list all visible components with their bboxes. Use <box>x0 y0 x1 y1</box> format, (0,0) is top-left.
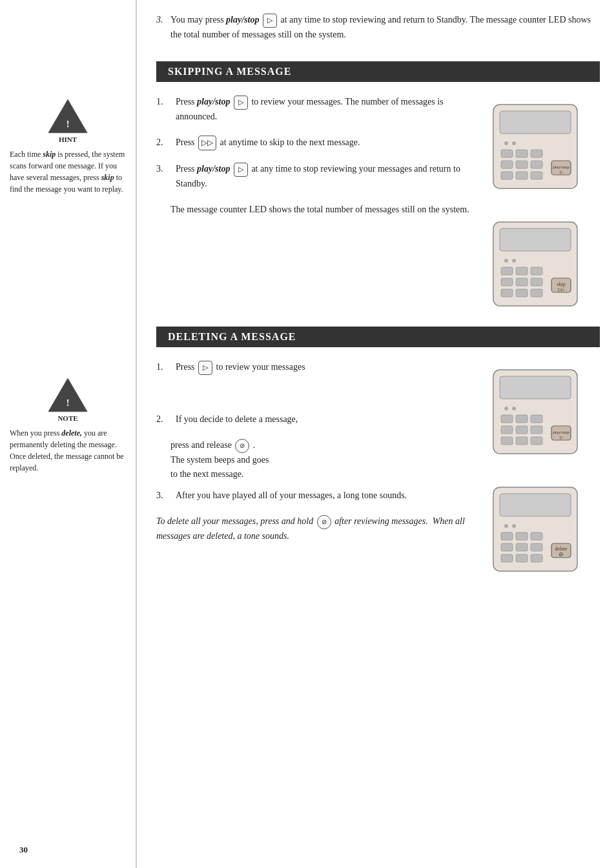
delete-step-3-num: 3. <box>156 489 170 503</box>
skipping-images: play/stop ▷ <box>487 95 600 317</box>
skip-step-3-num: 3. <box>156 162 170 191</box>
deleting-section: 1. Press ▷ to review your messages 2. If… <box>156 360 600 582</box>
svg-rect-60 <box>516 543 528 551</box>
phone-image-playstop: play/stop ▷ <box>487 101 600 199</box>
svg-rect-43 <box>501 426 513 434</box>
skipping-text-col: 1. Press play/stop ▷ to review your mess… <box>156 95 487 317</box>
svg-rect-8 <box>501 150 513 157</box>
deleting-header: DELETING A MESSAGE <box>156 327 600 347</box>
play-stop-btn-del1: ▷ <box>198 361 212 375</box>
svg-rect-29 <box>531 278 542 286</box>
svg-rect-26 <box>531 267 542 275</box>
hint-text: Each time skip is pressed, the system sc… <box>10 148 126 195</box>
skip-step-2-text: Press ▷▷ at anytime to skip to the next … <box>176 136 487 150</box>
delete-sub-step-2: press and release ⊘ . The system beeps a… <box>170 438 487 482</box>
svg-rect-40 <box>501 415 513 423</box>
svg-rect-46 <box>501 437 513 445</box>
svg-text:play/stop: play/stop <box>553 430 570 435</box>
page-number: 30 <box>19 845 28 855</box>
svg-rect-44 <box>516 426 528 434</box>
play-stop-btn-skip1: ▷ <box>234 96 248 110</box>
skip-step-3: 3. Press play/stop ▷ at any time to stop… <box>156 162 487 191</box>
svg-rect-24 <box>501 267 513 275</box>
svg-point-6 <box>504 141 508 145</box>
svg-rect-10 <box>531 150 542 157</box>
main-content: 3. You may press play/stop ▷ at any time… <box>137 0 616 868</box>
svg-rect-14 <box>501 172 513 179</box>
skip-step-2: 2. Press ▷▷ at anytime to skip to the ne… <box>156 136 487 150</box>
phone-image-del-delete: delete ⊘ <box>487 484 600 582</box>
note-icon: ! <box>45 376 90 414</box>
delete-step-3-text: After you have played all of your messag… <box>176 489 487 503</box>
svg-rect-27 <box>501 278 513 286</box>
svg-rect-56 <box>501 532 513 540</box>
svg-text:!: ! <box>66 397 69 408</box>
svg-rect-63 <box>516 554 528 562</box>
svg-rect-28 <box>516 278 528 286</box>
svg-rect-62 <box>501 554 513 562</box>
delete-btn-icon-2: ⊘ <box>317 515 331 529</box>
delete-step-1: 1. Press ▷ to review your messages <box>156 360 487 375</box>
skip-step-1-text: Press play/stop ▷ to review your message… <box>176 95 487 124</box>
svg-rect-42 <box>531 415 542 423</box>
svg-rect-64 <box>531 554 542 562</box>
item-3-number: 3. <box>156 13 170 42</box>
hint-icon: ! <box>45 97 90 136</box>
skip-step-2-num: 2. <box>156 136 170 150</box>
skip-counter-note: The message counter LED shows the total … <box>170 203 487 217</box>
svg-rect-58 <box>531 532 542 540</box>
skip-step-1: 1. Press play/stop ▷ to review your mess… <box>156 95 487 124</box>
svg-rect-32 <box>531 289 542 297</box>
svg-text:▷▷: ▷▷ <box>558 287 565 292</box>
hint-box: ! HINT Each time skip is pressed, the sy… <box>10 97 126 195</box>
delete-step-2-text: If you decide to delete a message, <box>176 412 487 427</box>
svg-text:!: ! <box>66 118 69 129</box>
play-stop-btn-top: ▷ <box>263 14 277 28</box>
skip-step-3-text: Press play/stop ▷ at any time to stop re… <box>176 162 487 191</box>
svg-text:⊘: ⊘ <box>559 551 564 558</box>
skip-step-1-num: 1. <box>156 95 170 124</box>
note-label: NOTE <box>57 414 77 422</box>
delete-step-2: 2. If you decide to delete a message, <box>156 412 487 427</box>
svg-point-7 <box>512 141 516 145</box>
svg-rect-21 <box>500 228 571 251</box>
phone-image-skip: skip ▷▷ <box>487 219 600 317</box>
svg-rect-53 <box>500 494 571 516</box>
delete-italic-note: To delete all your messages, press and h… <box>156 514 487 543</box>
svg-rect-41 <box>516 415 528 423</box>
svg-rect-57 <box>516 532 528 540</box>
svg-point-55 <box>512 524 516 528</box>
svg-rect-9 <box>516 150 528 157</box>
deleting-images: play/stop ▷ <box>487 360 600 582</box>
skipping-section: 1. Press play/stop ▷ to review your mess… <box>156 95 600 317</box>
svg-point-23 <box>512 259 516 263</box>
svg-point-22 <box>504 259 508 263</box>
delete-step-3: 3. After you have played all of your mes… <box>156 489 487 503</box>
svg-rect-47 <box>516 437 528 445</box>
deleting-text-col: 1. Press ▷ to review your messages 2. If… <box>156 360 487 582</box>
svg-rect-13 <box>531 161 542 168</box>
svg-rect-48 <box>531 437 542 445</box>
delete-btn-icon: ⊘ <box>235 439 249 453</box>
delete-step-1-text: Press ▷ to review your messages <box>176 360 487 375</box>
svg-rect-37 <box>500 376 571 399</box>
svg-text:play/stop: play/stop <box>553 165 570 170</box>
svg-rect-31 <box>516 289 528 297</box>
sidebar: ! HINT Each time skip is pressed, the sy… <box>0 0 136 868</box>
skip-btn: ▷▷ <box>198 136 216 150</box>
svg-rect-15 <box>516 172 528 179</box>
svg-rect-25 <box>516 267 528 275</box>
svg-rect-11 <box>501 161 513 168</box>
skipping-header: SKIPPING A MESSAGE <box>156 61 600 82</box>
note-text: When you press delete, you are permanent… <box>10 427 126 474</box>
svg-point-54 <box>504 524 508 528</box>
svg-rect-5 <box>500 111 571 134</box>
delete-step-1-num: 1. <box>156 360 170 375</box>
hint-label: HINT <box>59 136 77 143</box>
svg-rect-61 <box>531 543 542 551</box>
svg-rect-16 <box>531 172 542 179</box>
svg-point-38 <box>504 407 508 410</box>
item-3-text: You may press play/stop ▷ at any time to… <box>170 13 600 42</box>
svg-point-39 <box>512 407 516 410</box>
svg-text:skip: skip <box>557 281 565 287</box>
